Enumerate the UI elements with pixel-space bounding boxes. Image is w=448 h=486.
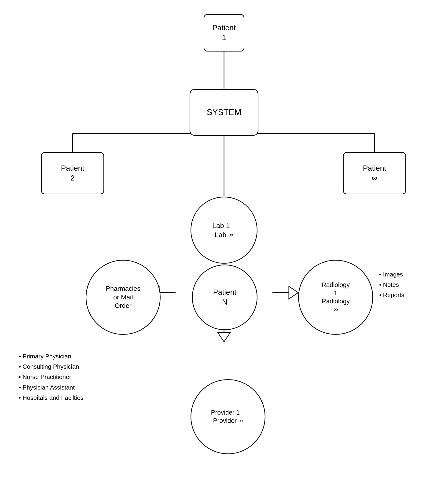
bullet-hospitals-facilities: Hospitals and Facilties [19,393,83,403]
diagram: Patient 1 SYSTEM Patient 2 Patient ∞ Lab… [0,0,448,486]
patientN-label: Patient N [213,287,236,307]
provider-label: Provider 1 – Provider ∞ [211,408,245,425]
radiology-label: Radiology 1 Radiology ∞ [322,281,350,314]
pharmacies-node: Pharmacies or Mail Order [86,260,160,335]
patientInf-node: Patient ∞ [343,152,406,194]
system-node: SYSTEM [190,89,258,136]
bullet-reports: Reports [379,290,404,300]
provider-node: Provider 1 – Provider ∞ [191,379,265,454]
patientInf-label: Patient ∞ [363,163,386,183]
radiology-node: Radiology 1 Radiology ∞ [298,260,373,335]
patientN-node: Patient N [192,265,257,330]
bullet-consulting-physician: Consulting Physician [19,361,83,372]
bullet-primary-physician: Primary Physician [19,351,83,361]
lab-label: Lab 1 – Lab ∞ [212,221,236,239]
bullet-nurse-practitioner: Nurse Practitioner [19,372,83,382]
bullet-images: Images [379,269,404,280]
lab-node: Lab 1 – Lab ∞ [191,197,257,264]
system-label: SYSTEM [207,107,241,118]
patient2-node: Patient 2 [41,152,104,194]
provider-types-list: Primary Physician Consulting Physician N… [19,351,83,403]
svg-marker-15 [218,332,230,342]
patient1-label: Patient 1 [212,23,236,42]
bullet-physician-assistant: Physician Assistant [19,382,83,393]
svg-marker-13 [289,286,298,299]
radiology-bullet-list: Images Notes Reports [379,269,404,300]
patient1-node: Patient 1 [204,14,244,51]
pharmacies-label: Pharmacies or Mail Order [106,284,140,310]
bullet-notes: Notes [379,280,404,290]
patient2-label: Patient 2 [61,163,84,183]
